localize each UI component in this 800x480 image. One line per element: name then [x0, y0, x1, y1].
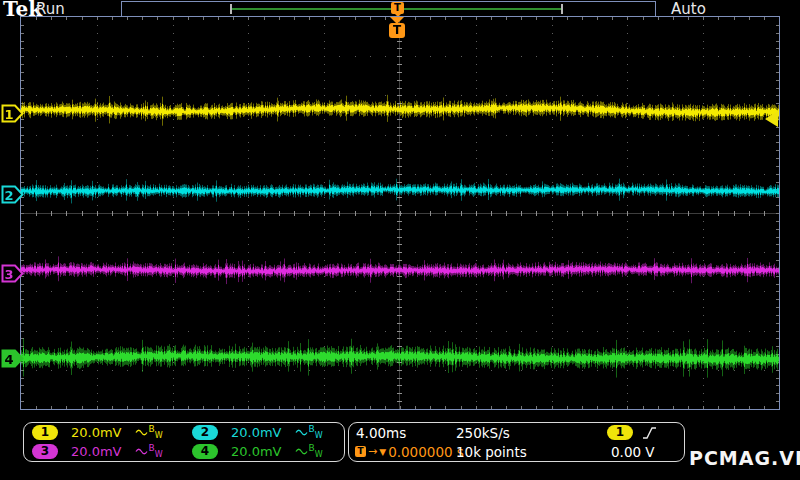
ac-coupling-sine-icon: [135, 447, 148, 456]
channel-4-position-marker[interactable]: 4: [1, 349, 24, 368]
trigger-level-arrow-icon[interactable]: [765, 111, 778, 127]
graticule: [20, 16, 780, 410]
channel-3-readout[interactable]: 3 20.0mV BW: [24, 444, 184, 459]
channel-2-readout[interactable]: 2 20.0mV BW: [184, 425, 338, 440]
channel-2-badge: 2: [192, 425, 218, 440]
display-window-left-bracket: [230, 4, 232, 14]
channel-4-scale: 20.0mV: [231, 444, 282, 459]
horizontal-trigger-readout-box: 4.00ms 250kS/s 1 T → ▼ 0.000000 s 10k po…: [348, 422, 685, 462]
bandwidth-limit-icon: BW: [309, 444, 323, 459]
channel-4-readout[interactable]: 4 20.0mV BW: [184, 444, 338, 459]
arrow-right-icon: →: [368, 445, 377, 458]
trigger-level: 0.00 V: [599, 444, 684, 460]
channel-4-badge: 4: [192, 444, 218, 459]
horizontal-scale: 4.00ms: [349, 425, 449, 441]
sample-rate: 250kS/s: [449, 425, 599, 441]
pointer-down-icon: ▼: [379, 447, 386, 457]
trigger-position-readout: T → ▼ 0.000000 s: [349, 444, 449, 460]
channel-2-position-marker[interactable]: 2: [1, 185, 24, 204]
channel-3-marker-label: 3: [4, 267, 13, 282]
channel-1-readout[interactable]: 1 20.0mV BW: [24, 425, 184, 440]
channel-1-scale: 20.0mV: [71, 425, 122, 440]
ac-coupling-sine-icon: [135, 428, 148, 437]
oscilloscope-screen: Tek Run T Auto T 1 2 3 4 1 20.0mV: [0, 0, 800, 480]
trigger-source: 1: [599, 425, 684, 440]
channel-1-position-marker[interactable]: 1: [1, 104, 24, 123]
record-length: 10k points: [449, 444, 599, 460]
channel-3-badge: 3: [32, 444, 58, 459]
channel-2-scale: 20.0mV: [231, 425, 282, 440]
waveform-canvas: [21, 17, 779, 409]
channel-3-scale: 20.0mV: [71, 444, 122, 459]
bandwidth-limit-icon: BW: [149, 444, 163, 459]
channel-readout-box: 1 20.0mV BW 2 20.0mV BW 3 20.0mV: [23, 422, 345, 462]
watermark: PCMAG.VN: [689, 447, 800, 469]
trigger-position-marker[interactable]: T: [389, 23, 405, 38]
display-window-right-bracket: [561, 4, 563, 14]
channel-4-marker-label: 4: [4, 352, 13, 367]
ac-coupling-sine-icon: [295, 447, 308, 456]
trigger-source-badge: 1: [607, 425, 633, 440]
ac-coupling-sine-icon: [295, 428, 308, 437]
bandwidth-limit-icon: BW: [309, 425, 323, 440]
channel-1-marker-label: 1: [4, 107, 13, 122]
channel-3-position-marker[interactable]: 3: [1, 264, 24, 283]
channel-1-badge: 1: [32, 425, 58, 440]
acquisition-preview-bar: T: [121, 1, 656, 17]
bandwidth-limit-icon: BW: [149, 425, 163, 440]
rising-edge-slope-icon: [641, 426, 657, 440]
channel-2-marker-label: 2: [4, 188, 13, 203]
trigger-t-icon: T: [355, 446, 366, 457]
